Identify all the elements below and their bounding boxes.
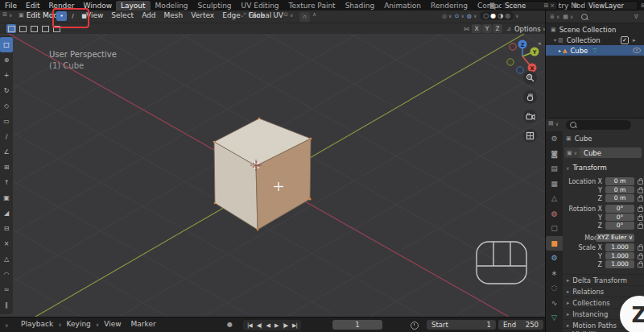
shading-rendered-icon[interactable]: ◎ [505, 12, 510, 19]
frame-start-field[interactable]: Start1 [427, 320, 496, 330]
delete-scene-icon[interactable]: × [550, 2, 555, 9]
options-label[interactable]: Options [514, 25, 541, 33]
visibility-eye-icon[interactable] [633, 48, 641, 53]
viewport-menu-mesh[interactable]: Mesh [164, 11, 184, 19]
tool-measure[interactable]: ∠ [0, 144, 13, 160]
viewlayer-icon: ▦ [573, 2, 579, 9]
transform-orientation-dropdown[interactable]: ⤢ Global ∨ [242, 11, 277, 19]
auto-key-button[interactable]: ● [227, 321, 233, 328]
prev-keyframe-button[interactable]: ◀| [254, 322, 264, 329]
workspace-tab-modeling[interactable]: Modeling [151, 1, 193, 10]
new-scene-icon[interactable]: ⊞ [543, 2, 548, 9]
workspace-tab-sculpting[interactable]: Sculpting [193, 1, 237, 10]
workspace-tab-shading[interactable]: Shading [341, 1, 380, 10]
tool-scale[interactable]: ◇ [0, 98, 13, 114]
viewport-menu-add[interactable]: Add [142, 11, 155, 19]
mirror-z-toggle[interactable]: Z [493, 24, 502, 33]
viewport-menu-edge[interactable]: Edge [222, 11, 241, 19]
display-mode-icon[interactable]: ▦ [563, 14, 568, 20]
timeline-menu-keying[interactable]: Keying [67, 320, 91, 328]
zoom-button[interactable] [523, 71, 537, 85]
scene-name[interactable]: Scene [505, 2, 526, 10]
tool-transform[interactable]: ▭ [0, 114, 13, 129]
perspective-toggle-button[interactable] [523, 129, 537, 143]
collection-icon: ▥ [558, 37, 564, 44]
viewlayer-selector[interactable]: ▦∨ ViewLayer ⊞ [573, 1, 644, 10]
tool-add-cube[interactable]: ⊞ [0, 160, 13, 175]
expand-icon[interactable]: ▾ [554, 37, 556, 43]
tool-cursor[interactable]: ⊕ [0, 52, 13, 68]
playback-time-icon[interactable] [411, 322, 419, 330]
expand-icon[interactable]: ▸ [559, 48, 561, 53]
outliner-row-scene-collection[interactable]: ▣ Scene Collection [546, 24, 644, 35]
viewlayer-name[interactable]: ViewLayer [585, 1, 638, 10]
menu-file[interactable]: File [5, 2, 17, 10]
tool-spin[interactable]: ◠ [0, 267, 13, 282]
xray-toggle-icon[interactable]: ◍ [467, 13, 472, 19]
camera-view-button[interactable] [523, 110, 537, 123]
pan-hand-button[interactable] [523, 90, 537, 104]
scene-selector[interactable]: ◙∨ Scene ⊞× [489, 1, 558, 10]
select-extend-button[interactable] [18, 24, 27, 33]
tool-inset[interactable]: ▣ [0, 190, 13, 205]
viewport-menu-vertex[interactable]: Vertex [191, 11, 214, 19]
snap-toggle[interactable]: ∩ [299, 12, 310, 22]
shading-solid-icon[interactable]: ● [490, 12, 496, 19]
collection-checkbox[interactable]: ✓ [621, 36, 629, 44]
tool-loop-cut[interactable]: ⊟ [0, 221, 13, 236]
section-relations[interactable]: ▸Relations [563, 285, 644, 297]
timeline-menu-marker[interactable]: Marker [131, 320, 156, 328]
workspace-tab-uv-editing[interactable]: UV Editing [237, 1, 284, 10]
menu-edit[interactable]: Edit [26, 2, 39, 10]
shading-material-icon[interactable]: ◑ [497, 12, 503, 19]
remove-viewlayer-icon[interactable]: ⊞ [641, 2, 644, 9]
tool-select-box[interactable]: □ [0, 37, 13, 52]
pivot-point-dropdown[interactable]: ⊙∨ [283, 11, 293, 18]
shading-wireframe-icon[interactable]: ○ [483, 12, 489, 19]
workspace-tab-rendering[interactable]: Rendering [426, 1, 473, 10]
timeline-menu-view[interactable]: View [104, 320, 121, 328]
tool-edge-slide[interactable]: ∥ [0, 297, 13, 313]
outliner-search-icon[interactable] [581, 14, 588, 20]
play-button[interactable]: ▶ [272, 322, 280, 329]
mirror-y-toggle[interactable]: Y [482, 24, 492, 33]
editor-type-button[interactable]: ⊞∨ [2, 11, 12, 18]
outliner-row-cube[interactable]: ▸ ▲ Cube ▽ [546, 45, 644, 56]
tool-bevel[interactable]: ◢ [0, 205, 13, 221]
workspace-tab-layout[interactable]: Layout [116, 1, 151, 10]
timeline-editor-dropdown[interactable]: ∨ [5, 322, 8, 328]
tool-poly-build[interactable]: △ [0, 251, 13, 267]
jump-to-end-button[interactable]: ▶| [290, 322, 299, 329]
timeline-menu-playback[interactable]: Playback [21, 320, 53, 328]
region-collapse-arrow[interactable]: ◂ [538, 40, 541, 47]
play-reverse-button[interactable]: ◀ [264, 322, 272, 329]
overlays-icon[interactable]: ⊙ [455, 13, 460, 19]
tool-annotate[interactable]: ∕ [0, 129, 13, 144]
mirror-x-toggle[interactable]: X [472, 24, 481, 33]
workspace-tab-animation[interactable]: Animation [379, 1, 426, 10]
select-subtract-button[interactable] [29, 24, 39, 33]
outliner-row-collection[interactable]: ▾ ▥ Collection ✓ ▸ [546, 35, 644, 45]
proportional-editing-toggle[interactable]: ∧ [312, 11, 316, 18]
snap-base-icon[interactable]: ⊿ [506, 26, 511, 32]
filter-list-icon[interactable]: ≣ [550, 14, 555, 20]
shading-dropdown[interactable]: ∨ [515, 13, 518, 19]
viewport-menu-select[interactable]: Select [111, 11, 134, 19]
select-new-button[interactable] [6, 24, 16, 33]
tool-rotate[interactable]: ↻ [0, 83, 13, 98]
jump-to-start-button[interactable]: |◀ [245, 322, 254, 329]
current-frame-field[interactable]: 1 [332, 320, 382, 330]
outliner-filter-icon[interactable]: ∇ [634, 14, 638, 20]
select-invert-button[interactable] [40, 24, 50, 33]
gizmos-icon[interactable]: ◎ [442, 13, 447, 19]
tool-extrude[interactable]: ↑ [0, 175, 13, 190]
tool-knife[interactable]: × [0, 236, 13, 251]
tool-move[interactable]: + [0, 68, 13, 83]
tool-smooth[interactable]: ≈ [0, 282, 13, 297]
section-delta-transform[interactable]: ▸Delta Transform [563, 274, 644, 285]
next-keyframe-button[interactable]: |▶ [280, 322, 290, 329]
viewport-3d[interactable]: Z Y X User Perspective (1) Cube □⊕+↻◇▭∕∠… [0, 34, 545, 317]
collection-select-icon[interactable]: ▸ [633, 37, 636, 44]
frame-end-field[interactable]: End250 [498, 320, 543, 330]
workspace-tab-texture-paint[interactable]: Texture Paint [284, 1, 341, 10]
